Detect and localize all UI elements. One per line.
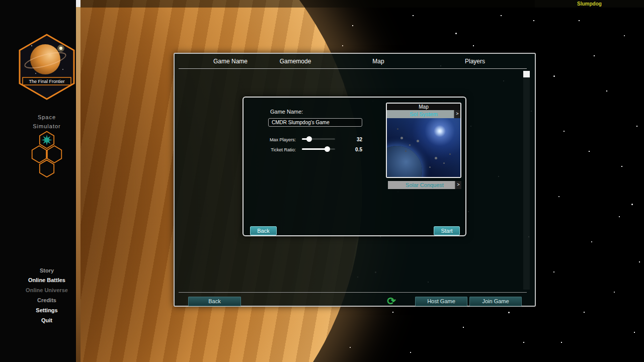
logo-hexagon: The Final Frontier <box>17 33 77 101</box>
ticket-ratio-value: 0.5 <box>342 147 362 152</box>
logo-planet <box>30 44 60 74</box>
map-dropdown[interactable]: Sol System > <box>387 110 460 118</box>
starburst-icon <box>41 135 52 145</box>
top-bar: Slumpdog <box>0 0 644 8</box>
dialog-back-button[interactable]: Back <box>250 226 277 235</box>
map-next-arrow-button[interactable]: > <box>454 110 460 118</box>
gamemode-next-arrow-button[interactable]: > <box>455 181 461 189</box>
max-players-slider[interactable] <box>302 136 335 142</box>
sidebar-item-settings[interactable]: Settings <box>7 307 87 313</box>
sidebar-scrollbar-thumb[interactable] <box>76 0 80 7</box>
username-label: Slumpdog <box>535 0 644 8</box>
header-divider <box>179 68 527 69</box>
dialog-start-button[interactable]: Start <box>434 226 460 235</box>
server-list-scrollbar-track[interactable] <box>523 71 530 290</box>
column-header-players: Players <box>465 58 485 65</box>
ticket-ratio-slider[interactable] <box>302 146 335 152</box>
sidebar: The Final Frontier Space Simulator Story… <box>0 0 80 362</box>
map-preview-image <box>387 118 460 177</box>
game-name-label: Game Name: <box>270 109 303 115</box>
refresh-icon[interactable]: ⟳ <box>385 295 398 307</box>
max-players-value: 32 <box>342 137 362 142</box>
slider-handle[interactable] <box>325 146 330 152</box>
sidebar-item-online-universe[interactable]: Online Universe <box>7 287 87 293</box>
game-name-input[interactable] <box>268 118 362 127</box>
column-header-game-name: Game Name <box>213 58 248 65</box>
sidebar-item-story[interactable]: Story <box>7 267 87 274</box>
max-players-label: Max Players: <box>244 137 296 142</box>
logo-sun <box>59 47 62 50</box>
logo-title: The Final Frontier <box>29 79 64 84</box>
sidebar-item-online-battles[interactable]: Online Battles <box>7 277 87 283</box>
browser-back-button[interactable]: Back <box>188 297 241 306</box>
ticket-ratio-label: Ticket Ratio: <box>244 147 296 152</box>
join-game-button[interactable]: Join Game <box>469 297 522 306</box>
server-list-scrollbar-thumb[interactable] <box>523 71 530 77</box>
hex-cluster-icon <box>27 130 67 177</box>
gamemode-dropdown[interactable]: Solar Conquest > <box>388 181 461 189</box>
server-browser-panel: Game Name Gamemode Map Players Game Name… <box>174 53 536 307</box>
footer-divider <box>179 292 527 293</box>
map-preview-asteroids <box>387 118 388 120</box>
selected-map-label[interactable]: Sol System <box>387 110 460 118</box>
slider-fill <box>302 148 328 150</box>
map-panel-title: Map <box>387 104 460 110</box>
game-screen: Slumpdog The Final Frontier Space <box>0 0 644 362</box>
sidebar-item-credits[interactable]: Credits <box>7 297 87 303</box>
host-game-dialog: Game Name: Max Players: 32 Ticket Ratio:… <box>243 97 466 236</box>
sidebar-scrollbar-track[interactable] <box>76 0 80 362</box>
map-preview-planet <box>387 146 422 177</box>
slider-handle[interactable] <box>306 136 312 142</box>
map-selector-box: Map Sol System > <box>386 103 461 178</box>
tagline-line-1: Space <box>7 114 87 120</box>
user-bar: Slumpdog <box>535 0 644 8</box>
column-header-gamemode: Gamemode <box>280 58 311 65</box>
selected-gamemode-label[interactable]: Solar Conquest <box>388 181 461 189</box>
sidebar-item-quit[interactable]: Quit <box>7 317 87 323</box>
tagline-line-2: Simulator <box>7 123 87 129</box>
column-header-map: Map <box>372 58 384 65</box>
host-game-button[interactable]: Host Game <box>415 297 467 306</box>
